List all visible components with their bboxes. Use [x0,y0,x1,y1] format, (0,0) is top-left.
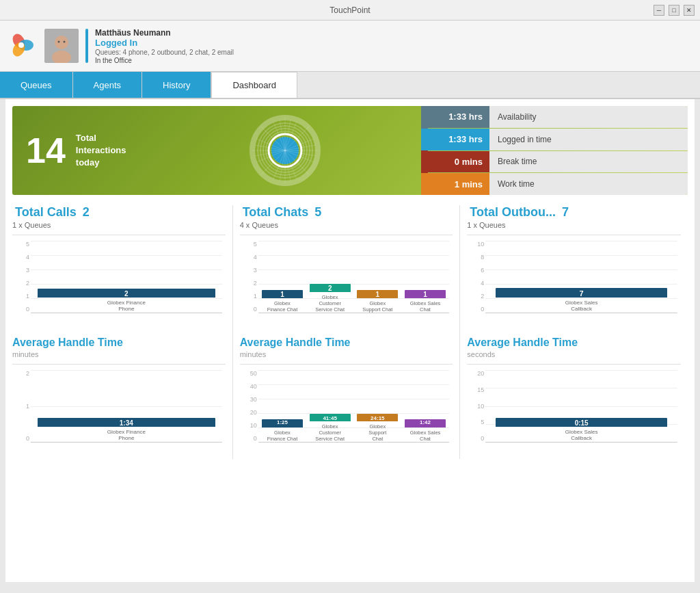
calls-aht: Average Handle Time minutes 2 1 0 [12,337,226,459]
svg-point-3 [18,42,24,48]
user-queues: Queues: 4 phone, 2 outbound, 2 chat, 2 e… [95,49,692,56]
chats-bar-3-label: GlobexSupport Chat [362,300,392,313]
avatar [44,29,79,63]
outbound-bar-1: 7 [496,288,667,298]
stat-break-label: Break time [489,151,688,173]
total-chats-queues: 4 x Queues [240,221,453,229]
calls-bar-1-label: Globex FinancePhone [107,300,146,313]
status-indicator [85,29,88,63]
chats-bar-4-label: Globex SalesChat [410,300,441,313]
calls-aht-bar-1-label: Globex FinancePhone [107,429,146,442]
tab-queues[interactable]: Queues [0,72,73,98]
section-total-outbound: Total Outbou... 7 1 x Queues 10 8 6 4 2 … [467,205,688,459]
calls-aht-bar-1: 1:34 [38,418,215,427]
main-content: 14 Total Interactions today [5,99,695,582]
sections-grid: Total Calls 2 1 x Queues 5 4 3 2 1 0 [12,205,688,459]
outbound-bar-1-label: Globex SalesCallback [565,300,598,313]
stat-break-value: 0 mins [428,151,489,173]
svg-point-5 [55,36,68,49]
chats-bar-1: 1 [262,290,303,298]
chats-aht-bar-2: 41:45 [310,414,351,421]
user-name: Matthäus Neumann [95,28,692,38]
minimize-button[interactable]: ─ [654,5,664,16]
chats-bar-3: 1 [357,290,398,298]
donut-chart-svg [247,113,323,188]
chats-aht-bar-3: 24:15 [357,414,398,421]
app-logo [8,32,34,58]
tab-dashboard[interactable]: Dashboard [211,71,297,98]
total-calls-queues: 1 x Queues [12,221,226,229]
app-window: TouchPoint ─ □ ✕ [0,0,700,593]
stat-logged-in: 1:33 hrs Logged in time [428,129,688,151]
tabs-bar: Queues Agents History Dashboard [0,72,700,99]
stat-availability-label: Availability [489,106,688,128]
calls-bar-1: 2 [38,289,215,298]
outbound-aht-subtitle: seconds [467,350,681,358]
stat-work-value: 1 mins [428,173,489,195]
total-chats-count: 5 [311,205,321,219]
window-controls: ─ □ ✕ [654,5,695,16]
total-interactions-label: Total Interactions today [76,132,126,170]
outbound-aht-bar-1: 0:15 [496,418,667,427]
section-total-chats: Total Chats 5 4 x Queues 5 4 3 2 1 0 [240,205,461,459]
stat-break: 0 mins Break time [428,151,688,174]
user-status: Logged In [95,38,692,48]
chats-aht-bar-2-label: GlobexCustomerService Chat [315,423,345,442]
section-total-calls: Total Calls 2 1 x Queues 5 4 3 2 1 0 [12,205,233,459]
tab-history[interactable]: History [142,72,211,98]
chats-aht-bar-4: 1:42 [405,419,446,427]
app-title: TouchPoint [329,5,370,15]
outbound-aht-title: Average Handle Time [467,337,681,349]
stats-right: 1:33 hrs Availability 1:33 hrs Logged in… [428,106,688,195]
chats-aht-bar-4-label: Globex SalesChat [410,430,441,442]
chats-bar-1-label: GlobexFinance Chat [267,300,298,313]
svg-point-7 [58,41,60,43]
user-location: In the Office [95,57,692,64]
chats-bar-4: 1 [405,290,446,298]
outbound-aht: Average Handle Time seconds 20 15 10 5 0 [467,337,681,459]
title-bar: TouchPoint ─ □ ✕ [0,0,700,21]
tab-agents[interactable]: Agents [73,72,142,98]
chats-aht: Average Handle Time minutes 50 40 30 20 … [240,337,453,459]
stat-logged-in-label: Logged in time [489,129,688,150]
total-interactions-number: 14 [26,130,66,171]
maximize-button[interactable]: □ [669,5,679,16]
stat-logged-in-value: 1:33 hrs [428,129,489,150]
chats-aht-bar-3-label: GlobexSupportChat [368,423,386,442]
total-calls-count: 2 [79,205,90,219]
chats-bar-2-label: GlobexCustomerService Chat [315,294,345,313]
outbound-aht-bar-1-label: Globex SalesCallback [565,429,598,442]
total-chats-title: Total Chats 5 [240,205,453,220]
total-calls-title: Total Calls 2 [12,205,226,220]
avatar-image [44,29,79,63]
stat-work-label: Work time [489,173,688,195]
chats-aht-bar-1: 1:25 [262,419,303,427]
chats-bar-2: 2 [310,284,351,292]
color-stripe [421,106,428,195]
stats-total: 14 Total Interactions today [12,106,149,195]
chats-aht-subtitle: minutes [240,350,453,358]
stat-availability: 1:33 hrs Availability [428,106,688,129]
svg-point-8 [64,41,66,43]
total-outbound-queues: 1 x Queues [467,221,681,229]
calls-aht-subtitle: minutes [12,350,226,358]
chats-aht-title: Average Handle Time [240,337,453,349]
stat-availability-value: 1:33 hrs [428,106,489,128]
total-outbound-count: 7 [558,205,569,219]
stats-banner: 14 Total Interactions today [12,106,688,195]
calls-aht-title: Average Handle Time [12,337,226,349]
total-outbound-title: Total Outbou... 7 [467,205,681,220]
close-button[interactable]: ✕ [684,5,695,16]
stat-work: 1 mins Work time [428,173,688,195]
donut-chart-area [149,106,421,195]
user-info: Matthäus Neumann Logged In Queues: 4 pho… [95,28,692,64]
chats-aht-bar-1-label: GlobexFinance Chat [267,430,298,442]
user-header: Matthäus Neumann Logged In Queues: 4 pho… [0,21,700,72]
